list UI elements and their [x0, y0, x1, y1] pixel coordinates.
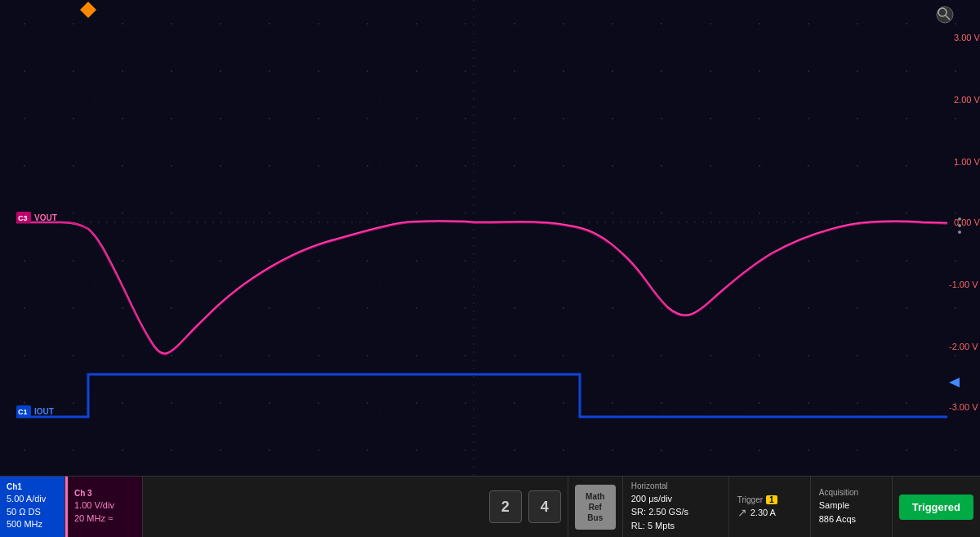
svg-text:-2.00 V: -2.00 V: [949, 342, 978, 351]
svg-point-32: [958, 230, 961, 234]
svg-text:-1.00 V: -1.00 V: [949, 280, 978, 289]
svg-text:C1: C1: [18, 408, 28, 416]
math-ref-bus-container: MathRefBus: [568, 477, 623, 537]
oscilloscope: 3.00 V 2.00 V 1.00 V 0.00 V -1.00 V -2.0…: [0, 0, 980, 537]
svg-text:2.00 V: 2.00 V: [954, 95, 980, 105]
ch1-value3: 500 MHz: [7, 518, 58, 530]
svg-rect-2: [0, 0, 980, 476]
acquisition-value2: 886 Acqs: [819, 512, 884, 526]
ch1-value1: 5.00 A/div: [7, 493, 58, 505]
ch1-section[interactable]: Ch1 5.00 A/div 50 Ω DS 500 MHz: [0, 477, 65, 537]
svg-text:C3: C3: [18, 214, 28, 222]
acquisition-section[interactable]: Acquisition Sample 886 Acqs: [811, 477, 893, 537]
svg-text:T: T: [85, 7, 90, 15]
btn-2[interactable]: 2: [489, 490, 522, 523]
horizontal-value2: SR: 2.50 GS/s: [631, 505, 720, 519]
svg-text:IOUT: IOUT: [34, 407, 54, 416]
triggered-button[interactable]: Triggered: [899, 494, 973, 520]
toolbar-spacer: [143, 477, 483, 537]
toolbar: Ch1 5.00 A/div 50 Ω DS 500 MHz Ch 3 1.00…: [0, 476, 980, 537]
ch3-label: Ch 3: [74, 489, 136, 498]
trigger-num-badge: 1: [766, 495, 777, 504]
ch1-value2: 50 Ω DS: [7, 506, 58, 518]
svg-text:3.00 V: 3.00 V: [954, 33, 980, 43]
acquisition-label: Acquisition: [819, 488, 884, 497]
btn-4[interactable]: 4: [528, 490, 561, 523]
waveform-display: 3.00 V 2.00 V 1.00 V 0.00 V -1.00 V -2.0…: [0, 0, 980, 476]
num-btn-container: 2 4: [483, 477, 568, 537]
ch1-label: Ch1: [7, 482, 58, 491]
horizontal-label: Horizontal: [631, 481, 720, 490]
screen-area: 3.00 V 2.00 V 1.00 V 0.00 V -1.00 V -2.0…: [0, 0, 980, 476]
trigger-value: 2.30 A: [751, 508, 776, 517]
svg-text:VOUT: VOUT: [34, 213, 57, 222]
svg-text:1.00 V: 1.00 V: [954, 157, 980, 167]
acquisition-value1: Sample: [819, 499, 884, 512]
horizontal-value3: RL: 5 Mpts: [631, 519, 720, 533]
math-ref-bus-button[interactable]: MathRefBus: [575, 485, 616, 530]
trigger-label: Trigger 1: [737, 495, 802, 504]
svg-point-31: [958, 224, 961, 227]
ch3-section[interactable]: Ch 3 1.00 V/div 20 MHz ≈: [65, 477, 143, 537]
trigger-text: Trigger: [737, 495, 763, 504]
math-ref-bus-label: MathRefBus: [586, 491, 604, 523]
ch3-value1: 1.00 V/div: [74, 499, 136, 512]
trigger-section[interactable]: Trigger 1 ↗ 2.30 A: [729, 477, 811, 537]
trigger-slope-icon: ↗: [737, 506, 747, 519]
ch3-value2: 20 MHz ≈: [74, 512, 136, 525]
svg-text:-3.00 V: -3.00 V: [949, 402, 978, 412]
svg-text:0.00 V: 0.00 V: [954, 217, 980, 227]
svg-point-30: [958, 217, 961, 221]
horizontal-section[interactable]: Horizontal 200 μs/div SR: 2.50 GS/s RL: …: [623, 477, 729, 537]
horizontal-value1: 200 μs/div: [631, 492, 720, 506]
